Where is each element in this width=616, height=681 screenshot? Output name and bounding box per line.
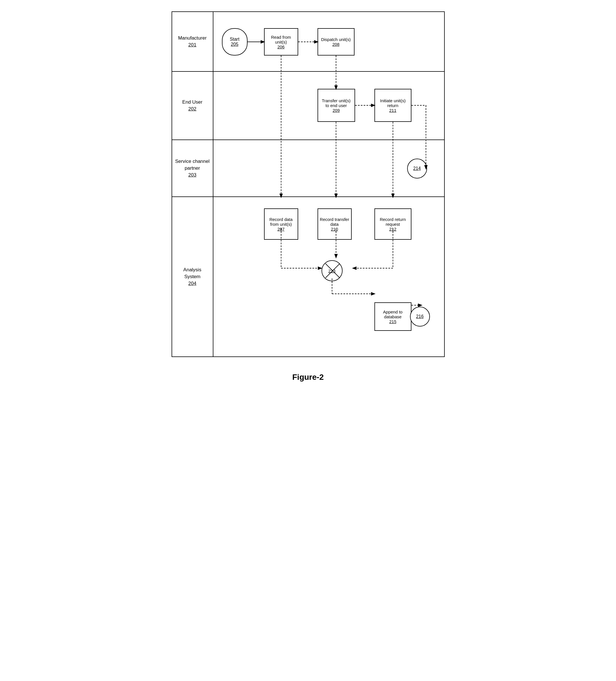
node-214: 214 xyxy=(407,158,427,178)
lane-label-manufacturer: Manufacturer 201 xyxy=(172,12,213,71)
lane-label-service: Service channel partner 203 xyxy=(172,140,213,197)
node-transfer-units: Transfer unit(s) to end user 209 xyxy=(318,89,355,122)
diagram-wrapper: Manufacturer 201 Start 205 xyxy=(171,11,445,382)
figure-caption: Figure-2 xyxy=(292,373,323,382)
swimlane-manufacturer: Manufacturer 201 Start 205 xyxy=(172,12,444,72)
node-record-transfer: Record transfer data 210 xyxy=(318,208,352,240)
node-216: 216 xyxy=(410,307,430,327)
svg-marker-3 xyxy=(315,41,318,43)
node-read-from-units: Read from unit(s) 206 xyxy=(264,28,298,55)
svg-marker-5 xyxy=(372,104,374,107)
node-start: Start 205 xyxy=(222,28,247,55)
node-dispatch-units: Dispatch unit(s) 208 xyxy=(318,28,354,55)
node-xor-213: 213 xyxy=(322,260,343,281)
swimlane-analysis: Analysis System 204 Record data from uni… xyxy=(172,197,444,356)
lane-content-service: 214 xyxy=(213,140,444,197)
lane-content-end-user: Transfer unit(s) to end user 209 Initiat… xyxy=(213,72,444,140)
swimlane-service-channel: Service channel partner 203 214 xyxy=(172,140,444,197)
swimlane-diagram: Manufacturer 201 Start 205 xyxy=(171,11,445,357)
swimlane-end-user: End User 202 Transfer unit(s) to end use… xyxy=(172,72,444,140)
lane-label-end-user: End User 202 xyxy=(172,72,213,140)
node-record-data: Record data from unit(s) 207 xyxy=(264,208,298,240)
node-initiate-return: Initiate unit(s) return 211 xyxy=(374,89,411,122)
node-record-return: Record return request 212 xyxy=(374,208,411,240)
lane-content-analysis: Record data from unit(s) 207 Record tran… xyxy=(213,197,444,356)
lane-content-manufacturer: Start 205 Read from unit(s) 206 Dispatch… xyxy=(213,12,444,71)
lane-label-analysis: Analysis System 204 xyxy=(172,197,213,356)
svg-marker-1 xyxy=(261,41,264,43)
node-append-db: Append to database 215 xyxy=(374,302,411,331)
